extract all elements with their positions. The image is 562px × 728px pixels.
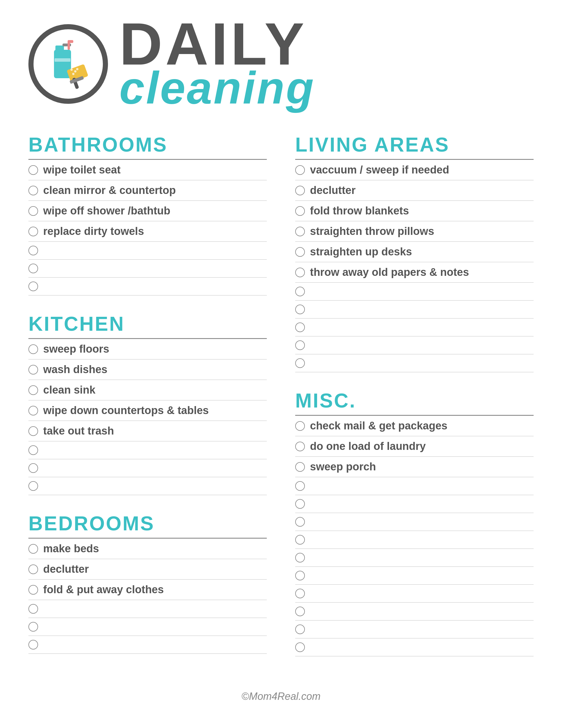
checkbox[interactable]: [295, 499, 305, 509]
checkbox[interactable]: [295, 553, 305, 562]
section-title-living-areas: LIVING AREAS: [295, 133, 534, 156]
checkbox[interactable]: [28, 246, 38, 255]
list-item: [295, 638, 534, 656]
list-item: [28, 459, 267, 477]
list-item: straighten throw pillows: [295, 221, 534, 242]
list-item: wipe down countertops & tables: [28, 400, 267, 421]
list-item: wipe toilet seat: [28, 160, 267, 180]
checkbox[interactable]: [295, 421, 305, 431]
checkbox[interactable]: [295, 607, 305, 616]
list-item: [295, 603, 534, 621]
list-item: [295, 477, 534, 495]
logo-circle: [28, 24, 108, 104]
item-text: vaccuum / sweep if needed: [310, 164, 449, 176]
list-item: vaccuum / sweep if needed: [295, 160, 534, 180]
checkbox[interactable]: [28, 365, 38, 375]
checkbox[interactable]: [295, 322, 305, 332]
checkbox[interactable]: [28, 481, 38, 491]
checkbox[interactable]: [28, 406, 38, 415]
checkbox[interactable]: [295, 589, 305, 598]
list-item: [295, 621, 534, 638]
list-item: take out trash: [28, 421, 267, 441]
checkbox[interactable]: [28, 165, 38, 175]
checkbox[interactable]: [295, 305, 305, 314]
svg-rect-4: [68, 40, 73, 43]
main-content: BATHROOMS wipe toilet seat clean mirror …: [28, 133, 534, 673]
checkbox[interactable]: [28, 385, 38, 395]
section-title-misc: MISC.: [295, 389, 534, 412]
list-item: [28, 636, 267, 654]
item-text: throw away old papers & notes: [310, 266, 469, 278]
list-item: do one load of laundry: [295, 436, 534, 457]
item-text: straighten up desks: [310, 246, 412, 258]
checkbox[interactable]: [28, 622, 38, 632]
item-text: take out trash: [43, 425, 114, 437]
checkbox[interactable]: [28, 426, 38, 436]
checkbox[interactable]: [295, 165, 305, 175]
checkbox[interactable]: [295, 247, 305, 257]
list-item: replace dirty towels: [28, 221, 267, 242]
section-title-bathrooms: BATHROOMS: [28, 133, 267, 156]
checkbox[interactable]: [28, 227, 38, 236]
checkbox[interactable]: [28, 282, 38, 291]
section-misc: MISC. check mail & get packages do one l…: [295, 389, 534, 656]
item-text: clean mirror & countertop: [43, 184, 176, 197]
item-text: wipe down countertops & tables: [43, 404, 209, 417]
checkbox[interactable]: [295, 287, 305, 296]
item-text: fold throw blankets: [310, 205, 409, 217]
item-text: declutter: [310, 184, 355, 197]
list-item: check mail & get packages: [295, 416, 534, 436]
checkbox[interactable]: [28, 564, 38, 574]
checkbox[interactable]: [295, 268, 305, 277]
checkbox[interactable]: [28, 640, 38, 650]
checkbox[interactable]: [28, 585, 38, 595]
checklist-bedrooms: make beds declutter fold & put away clot…: [28, 539, 267, 654]
checkbox[interactable]: [295, 227, 305, 236]
list-item: [28, 260, 267, 278]
checklist-misc: check mail & get packages do one load of…: [295, 416, 534, 656]
list-item: wash dishes: [28, 359, 267, 380]
checkbox[interactable]: [295, 186, 305, 195]
item-text: clean sink: [43, 384, 96, 396]
list-item: [28, 441, 267, 459]
checkbox[interactable]: [295, 535, 305, 545]
section-kitchen: KITCHEN sweep floors wash dishes clean s…: [28, 313, 267, 495]
list-item: throw away old papers & notes: [295, 262, 534, 283]
list-item: [295, 567, 534, 585]
checkbox[interactable]: [295, 642, 305, 652]
checkbox[interactable]: [295, 358, 305, 368]
checkbox[interactable]: [28, 206, 38, 216]
checkbox[interactable]: [295, 481, 305, 491]
checkbox[interactable]: [28, 186, 38, 195]
section-title-bedrooms: BEDROOMS: [28, 512, 267, 535]
checkbox[interactable]: [295, 442, 305, 451]
checkbox[interactable]: [28, 544, 38, 554]
page-footer: ©Mom4Real.com: [28, 690, 534, 702]
checkbox[interactable]: [295, 624, 305, 634]
svg-point-8: [74, 70, 76, 73]
list-item: straighten up desks: [295, 242, 534, 262]
list-item: [295, 354, 534, 372]
checkbox[interactable]: [295, 517, 305, 527]
list-item: [295, 549, 534, 567]
checkbox[interactable]: [28, 264, 38, 273]
checkbox[interactable]: [28, 604, 38, 614]
list-item: [28, 242, 267, 260]
item-text: fold & put away clothes: [43, 584, 164, 596]
checklist-bathrooms: wipe toilet seat clean mirror & countert…: [28, 160, 267, 295]
list-item: declutter: [28, 559, 267, 580]
list-item: [28, 278, 267, 295]
checkbox[interactable]: [28, 344, 38, 354]
checkbox[interactable]: [28, 463, 38, 473]
svg-point-7: [71, 69, 73, 71]
checkbox[interactable]: [295, 206, 305, 216]
checkbox[interactable]: [28, 445, 38, 455]
checkbox[interactable]: [295, 571, 305, 580]
cleaning-supplies-icon: [37, 33, 100, 95]
page-header: DAILY cleaning: [28, 17, 534, 111]
item-text: declutter: [43, 563, 89, 575]
list-item: [28, 600, 267, 618]
checkbox[interactable]: [295, 340, 305, 350]
checkbox[interactable]: [295, 462, 305, 472]
item-text: check mail & get packages: [310, 420, 447, 432]
